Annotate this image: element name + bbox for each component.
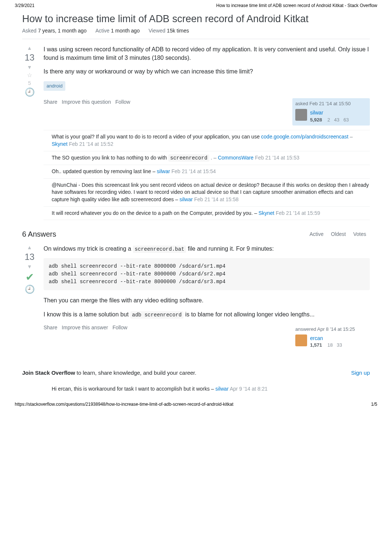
join-banner: Join Stack Overflow to learn, share know… [22, 370, 370, 376]
post-actions: Share Improve this question Follow [44, 98, 130, 106]
question-paragraph: Is there any way or workaround or way by… [44, 67, 370, 76]
downvote-icon[interactable]: ▼ [27, 264, 32, 270]
question-title[interactable]: How to increase time limit of ADB screen… [22, 13, 370, 25]
answer-paragraph: On windows my trick is creating a screen… [44, 244, 370, 253]
answer-paragraph: Then you can merge the files with any vi… [44, 296, 370, 305]
follow-link[interactable]: Follow [113, 324, 127, 331]
comment-date: Feb 21 '14 at 15:54 [170, 168, 216, 174]
banner-bold: Join Stack Overflow [22, 370, 75, 376]
share-link[interactable]: Share [44, 324, 57, 331]
sort-oldest[interactable]: Oldest [327, 230, 350, 238]
comment-date: Feb 21 '14 at 15:52 [68, 141, 113, 147]
comment: What is your goal? If all you want to do… [44, 130, 370, 151]
vote-column: ▲ 13 ▼ ✔ 🕘 [22, 244, 37, 356]
comment: @NunChai - Does this screencast link you… [44, 179, 370, 207]
timeline-icon[interactable]: 🕘 [25, 285, 35, 294]
upvote-icon[interactable]: ▲ [27, 45, 32, 51]
question-post: ▲ 13 ▼ ☆ 5 🕘 I was using screen record f… [22, 45, 370, 220]
follow-link[interactable]: Follow [115, 98, 130, 106]
improve-link[interactable]: Improve this answer [62, 324, 108, 331]
viewed-label: Viewed [148, 28, 165, 34]
comment-date: Feb 21 '14 at 15:53 [254, 155, 299, 161]
print-date: 3/29/2021 [15, 3, 34, 8]
favorite-count: 5 [28, 80, 31, 86]
comment-link[interactable]: code.google.com/p/androidscreencast [261, 134, 348, 140]
print-url: https://stackoverflow.com/questions/2193… [15, 402, 233, 407]
comment-user-link[interactable]: CommonsWare [218, 155, 254, 161]
reputation: 1,571 [310, 342, 322, 348]
answer-post: ▲ 13 ▼ ✔ 🕘 On windows my trick is creati… [22, 244, 370, 356]
vote-count: 13 [25, 252, 35, 262]
comment-date: Feb 21 '14 at 15:58 [193, 196, 238, 202]
sort-active[interactable]: Active [306, 230, 327, 238]
comment-user-link[interactable]: silwar [157, 168, 170, 174]
question-paragraph: I was using screen record functionality … [44, 45, 370, 62]
reputation: 5,928 [310, 117, 322, 123]
comment: Oh.. updated question by removing last l… [44, 165, 370, 179]
post-actions: Share Improve this answer Follow [44, 324, 127, 331]
comment: The SO question you link to has nothing … [44, 151, 370, 165]
asked-value: 7 years, 1 month ago [38, 28, 87, 34]
inline-code: screenrecord.bat [133, 246, 186, 253]
print-page: 1/5 [371, 402, 377, 407]
timeline-icon[interactable]: 🕘 [25, 87, 35, 97]
question-comments: What is your goal? If all you want to do… [44, 130, 370, 220]
comment-user-link[interactable]: Skynet [258, 210, 274, 216]
upvote-icon[interactable]: ▲ [27, 244, 32, 250]
answers-count: 6 Answers [22, 230, 56, 238]
answerer-card: answered Apr 8 '14 at 15:25 ercan 1,571 … [292, 324, 370, 351]
answers-header: 6 Answers Active Oldest Votes [22, 230, 370, 238]
asker-card: asked Feb 21 '14 at 15:50 silwar 5,928 2… [292, 98, 370, 126]
active-value[interactable]: 1 month ago [111, 28, 140, 34]
avatar[interactable] [295, 334, 307, 346]
improve-link[interactable]: Improve this question [62, 98, 111, 106]
question-meta: Asked7 years, 1 month ago Active1 month … [22, 28, 370, 39]
tag-android[interactable]: android [44, 81, 65, 91]
vote-column: ▲ 13 ▼ ☆ 5 🕘 [22, 45, 37, 220]
asked-timestamp: asked Feb 21 '14 at 15:50 [295, 100, 367, 107]
inline-code: adb screenrecord [130, 311, 183, 319]
comment-user-link[interactable]: silwar [216, 386, 229, 392]
vote-count: 13 [25, 52, 35, 63]
comment: It will record whatever you do on the de… [44, 207, 370, 220]
avatar[interactable] [295, 109, 307, 121]
comment-date: Feb 21 '14 at 15:59 [274, 210, 320, 216]
banner-text: to learn, share knowledge, and build you… [75, 370, 196, 376]
sort-votes[interactable]: Votes [350, 230, 370, 238]
asked-label: Asked [22, 28, 37, 34]
answer-paragraph: I know this is a lame solution but adb s… [44, 310, 370, 319]
active-label: Active [95, 28, 109, 34]
code-block: adb shell screenrecord --bit-rate 800000… [44, 258, 370, 290]
accepted-answer-icon: ✔ [25, 271, 34, 283]
inline-code: screenrecord [168, 154, 209, 162]
share-link[interactable]: Share [44, 98, 57, 106]
comment-user-link[interactable]: Skynet [52, 141, 68, 147]
user-link[interactable]: silwar [310, 109, 349, 116]
user-link[interactable]: ercan [310, 334, 342, 342]
favorite-icon[interactable]: ☆ [27, 72, 32, 79]
answered-timestamp: answered Apr 8 '14 at 15:25 [295, 326, 367, 333]
viewed-value: 15k times [167, 28, 189, 34]
print-title: How to increase time limit of ADB screen… [216, 3, 377, 8]
badge-counts: 18 33 [323, 342, 342, 348]
signup-link[interactable]: Sign up [351, 370, 370, 376]
downvote-icon[interactable]: ▼ [27, 64, 32, 70]
comment-user-link[interactable]: silwar [179, 196, 193, 202]
comment-date: Apr 9 '14 at 8:21 [228, 386, 267, 392]
answer-sort-tabs: Active Oldest Votes [306, 230, 370, 238]
badge-counts: 2 43 63 [323, 117, 349, 123]
comment: Hi ercan, this is workaround for task I … [44, 382, 370, 396]
